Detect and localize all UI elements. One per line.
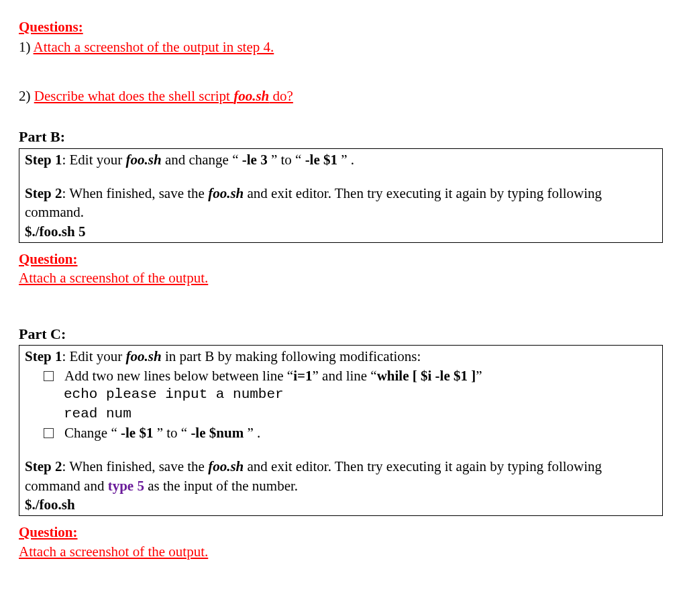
part-b-step-2: Step 2: When finished, save the foo.sh a… bbox=[25, 184, 657, 222]
part-c-bullet-1: Add two new lines below between line “i=… bbox=[44, 366, 657, 385]
part-b-step-2-label: Step 2 bbox=[25, 185, 62, 201]
part-c-question-heading: Question: bbox=[19, 523, 663, 542]
question-1-text: Attach a screenshot of the output in ste… bbox=[34, 39, 274, 55]
part-b-title: Part B: bbox=[19, 127, 663, 147]
question-1: 1) Attach a screenshot of the output in … bbox=[19, 38, 663, 56]
part-c-command: $./foo.sh bbox=[25, 495, 657, 514]
part-c-bullet-2: Change “ -le $1 ” to “ -le $num ” . bbox=[44, 423, 657, 442]
question-2-number: 2) bbox=[19, 88, 34, 104]
part-b-question-heading: Question: bbox=[19, 250, 663, 268]
question-2: 2) Describe what does the shell script f… bbox=[19, 87, 663, 105]
part-c-step-2: Step 2: When finished, save the foo.sh a… bbox=[25, 457, 657, 495]
questions-heading: Questions: bbox=[19, 17, 663, 36]
part-c-title: Part C: bbox=[19, 324, 663, 344]
checkbox-icon bbox=[44, 428, 54, 438]
part-c-code-line-1: echo please input a number bbox=[64, 385, 657, 404]
part-c-box: Step 1: Edit your foo.sh in part B by ma… bbox=[19, 345, 663, 516]
part-c-code-line-2: read num bbox=[64, 405, 657, 423]
questions-heading-text: Questions: bbox=[19, 19, 83, 35]
checkbox-icon bbox=[44, 371, 54, 381]
question-2-script: foo.sh bbox=[233, 88, 269, 104]
part-c-step-1: Step 1: Edit your foo.sh in part B by ma… bbox=[25, 347, 657, 366]
document-page: Questions: 1) Attach a screenshot of the… bbox=[0, 0, 687, 574]
question-2-prefix: Describe what does the shell script bbox=[34, 88, 233, 104]
part-b-step-1: Step 1: Edit your foo.sh and change “ -l… bbox=[25, 150, 657, 169]
part-b-question-text: Attach a screenshot of the output. bbox=[19, 268, 663, 287]
question-2-suffix: do? bbox=[269, 88, 293, 104]
part-b-box: Step 1: Edit your foo.sh and change “ -l… bbox=[19, 148, 663, 243]
question-1-number: 1) bbox=[19, 39, 34, 55]
part-c-question-text: Attach a screenshot of the output. bbox=[19, 542, 663, 561]
part-b-step-1-label: Step 1 bbox=[25, 152, 62, 168]
part-b-command: $./foo.sh 5 bbox=[25, 222, 657, 241]
part-c-step-1-label: Step 1 bbox=[25, 348, 62, 364]
part-c-step-2-label: Step 2 bbox=[25, 458, 62, 474]
